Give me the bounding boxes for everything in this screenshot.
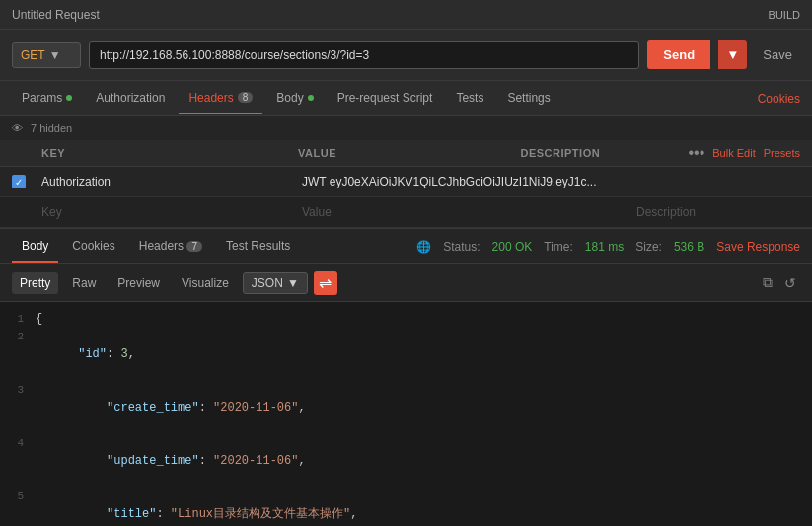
globe-icon: 🌐 <box>416 240 431 254</box>
status-label: Status: <box>443 240 480 254</box>
tab-tests[interactable]: Tests <box>446 83 493 114</box>
send-button[interactable]: Send <box>647 40 710 69</box>
value-cell: JWT eyJ0eXAiOiJKV1QiLCJhbGciOiJIUzI1NiJ9… <box>298 167 632 196</box>
params-dot <box>66 95 72 101</box>
value-placeholder: Value <box>298 197 632 227</box>
save-response-button[interactable]: Save Response <box>716 240 800 254</box>
hidden-count: 7 hidden <box>31 122 72 134</box>
three-dots-icon: ••• <box>688 144 704 162</box>
format-tab-visualize[interactable]: Visualize <box>174 272 237 294</box>
desc-placeholder: Description <box>632 197 800 227</box>
tab-headers[interactable]: Headers 8 <box>179 83 262 114</box>
url-bar: GET ▼ Send ▼ Save <box>0 30 812 81</box>
resp-tab-test-results[interactable]: Test Results <box>216 231 300 263</box>
save-button[interactable]: Save <box>755 40 800 69</box>
wrap-button[interactable]: ⇌ <box>314 271 337 295</box>
status-value: 200 OK <box>492 240 533 254</box>
resp-tab-headers[interactable]: Headers 7 <box>129 231 212 263</box>
description-cell <box>632 174 800 189</box>
tab-pre-request[interactable]: Pre-request Script <box>328 83 443 114</box>
resp-tab-body[interactable]: Body <box>12 231 58 263</box>
tab-authorization[interactable]: Authorization <box>86 83 175 114</box>
time-label: Time: <box>544 240 573 254</box>
size-label: Size: <box>635 240 662 254</box>
request-tab-bar: Params Authorization Headers 8 Body Pre-… <box>0 81 812 116</box>
title-bar: Untitled Request BUILD <box>0 0 812 30</box>
col-key: KEY <box>41 147 298 159</box>
send-dropdown-button[interactable]: ▼ <box>718 40 747 69</box>
empty-row[interactable]: Key Value Description <box>0 197 812 228</box>
format-bar: Pretty Raw Preview Visualize JSON ▼ ⇌ ⧉ … <box>0 264 812 302</box>
col-description: DESCRIPTION <box>520 147 688 159</box>
format-tab-preview[interactable]: Preview <box>110 272 168 294</box>
code-line-2: 2 "id": 3, <box>0 328 812 381</box>
code-line-3: 3 "create_time": "2020-11-06", <box>0 381 812 434</box>
table-row: ✓ Authorization JWT eyJ0eXAiOiJKV1QiLCJh… <box>0 167 812 197</box>
window-title: Untitled Request <box>12 8 100 22</box>
code-line-5: 5 "title": "Linux目录结构及文件基本操作", <box>0 488 812 526</box>
time-value: 181 ms <box>585 240 624 254</box>
key-cell: Authorization <box>41 167 298 196</box>
code-line-1: 1 { <box>0 310 812 328</box>
format-tab-pretty[interactable]: Pretty <box>12 272 58 294</box>
format-select[interactable]: JSON ▼ <box>243 272 308 294</box>
col-value: VALUE <box>298 147 520 159</box>
method-dropdown-icon: ▼ <box>49 48 61 62</box>
response-tab-bar: Body Cookies Headers 7 Test Results 🌐 St… <box>0 229 812 264</box>
method-label: GET <box>21 48 45 62</box>
key-placeholder: Key <box>41 197 298 227</box>
eye-icon: 👁 <box>12 122 23 134</box>
format-tab-raw[interactable]: Raw <box>64 272 104 294</box>
headers-section: 👁 7 hidden KEY VALUE DESCRIPTION ••• Bul… <box>0 116 812 229</box>
url-input[interactable] <box>89 41 639 69</box>
dropdown-icon: ▼ <box>287 276 299 290</box>
bulk-edit-button[interactable]: Bulk Edit <box>712 147 755 159</box>
tab-params[interactable]: Params <box>12 83 82 114</box>
tab-body[interactable]: Body <box>266 83 323 114</box>
resp-tab-cookies[interactable]: Cookies <box>62 231 124 263</box>
tab-settings[interactable]: Settings <box>497 83 559 114</box>
response-status: 🌐 Status: 200 OK Time: 181 ms Size: 536 … <box>416 240 800 254</box>
size-value: 536 B <box>674 240 704 254</box>
code-area: 1 { 2 "id": 3, 3 "create_time": "2020-11… <box>0 302 812 526</box>
headers-info: 👁 7 hidden <box>0 116 812 140</box>
code-line-4: 4 "update_time": "2020-11-06", <box>0 434 812 488</box>
copy-button[interactable]: ⧉ <box>759 272 776 293</box>
row-checkbox[interactable]: ✓ <box>12 175 26 188</box>
body-dot <box>308 95 314 101</box>
resp-headers-count: 7 <box>186 241 202 252</box>
copy-icons: ⧉ ↺ <box>759 272 800 293</box>
refresh-button[interactable]: ↺ <box>780 272 800 293</box>
presets-button[interactable]: Presets <box>764 147 800 159</box>
cookies-link[interactable]: Cookies <box>758 92 800 106</box>
method-select[interactable]: GET ▼ <box>12 42 81 68</box>
build-label: BUILD <box>769 9 800 21</box>
headers-count: 8 <box>238 92 254 103</box>
